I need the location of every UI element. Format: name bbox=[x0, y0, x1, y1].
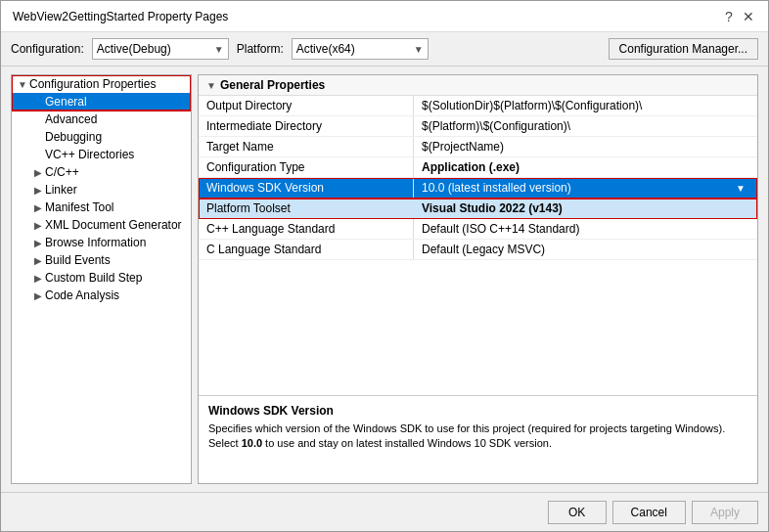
tree-root-label: Configuration Properties bbox=[29, 77, 156, 91]
tree-item-cpp[interactable]: ▶ C/C++ bbox=[12, 163, 191, 181]
tree-buildevents-label: Build Events bbox=[45, 253, 111, 267]
prop-name-cpp-lang: C++ Language Standard bbox=[199, 219, 414, 239]
bottom-bar: OK Cancel Apply bbox=[1, 492, 768, 531]
platform-dropdown-arrow: ▼ bbox=[414, 44, 424, 55]
tree-custombuild-expand-icon: ▶ bbox=[31, 273, 45, 284]
prop-value-platform-toolset: Visual Studio 2022 (v143) bbox=[414, 199, 757, 218]
prop-row-target-name[interactable]: Target Name $(ProjectName) bbox=[199, 137, 757, 157]
prop-name-output-dir: Output Directory bbox=[199, 96, 414, 115]
prop-value-config-type: Application (.exe) bbox=[414, 157, 757, 177]
tree-codeanalysis-expand-icon: ▶ bbox=[31, 290, 45, 301]
prop-name-platform-toolset: Platform Toolset bbox=[199, 199, 414, 218]
platform-label: Platform: bbox=[237, 42, 284, 56]
tree-item-debugging[interactable]: Debugging bbox=[12, 128, 191, 146]
section-header: ▼ General Properties bbox=[199, 75, 757, 96]
prop-row-intermediate-dir[interactable]: Intermediate Directory $(Platform)\$(Con… bbox=[199, 116, 757, 137]
tree-collapse-icon: ▼ bbox=[16, 79, 29, 90]
sdk-dropdown-arrow: ▼ bbox=[736, 183, 746, 194]
tree-manifest-expand-icon: ▶ bbox=[31, 202, 45, 213]
title-bar: WebView2GettingStarted Property Pages ? … bbox=[1, 1, 768, 32]
prop-row-output-dir[interactable]: Output Directory $(SolutionDir)$(Platfor… bbox=[199, 96, 757, 116]
tree-item-browse[interactable]: ▶ Browse Information bbox=[12, 234, 191, 251]
tree-browse-expand-icon: ▶ bbox=[31, 238, 45, 248]
properties-table: Output Directory $(SolutionDir)$(Platfor… bbox=[199, 96, 757, 395]
tree-buildevents-expand-icon: ▶ bbox=[31, 255, 45, 266]
prop-row-cpp-lang[interactable]: C++ Language Standard Default (ISO C++14… bbox=[199, 219, 757, 240]
prop-value-target-name: $(ProjectName) bbox=[414, 137, 757, 156]
left-panel: ▼ Configuration Properties General Advan… bbox=[11, 74, 192, 484]
prop-value-intermediate-dir: $(Platform)\$(Configuration)\ bbox=[414, 116, 757, 136]
tree-item-xml[interactable]: ▶ XML Document Generator bbox=[12, 216, 191, 234]
prop-value-output-dir: $(SolutionDir)$(Platform)\$(Configuratio… bbox=[414, 96, 757, 115]
tree-general-label: General bbox=[45, 95, 87, 109]
config-bar: Configuration: Active(Debug) ▼ Platform:… bbox=[1, 32, 768, 66]
tree-debugging-label: Debugging bbox=[45, 130, 102, 144]
prop-name-config-type: Configuration Type bbox=[199, 157, 414, 177]
prop-row-config-type[interactable]: Configuration Type Application (.exe) bbox=[199, 157, 757, 178]
tree-item-manifest[interactable]: ▶ Manifest Tool bbox=[12, 199, 191, 216]
tree-cpp-expand-icon: ▶ bbox=[31, 167, 45, 178]
title-controls: ? ✕ bbox=[721, 9, 756, 24]
tree-item-advanced[interactable]: Advanced bbox=[12, 111, 191, 128]
tree-item-code-analysis[interactable]: ▶ Code Analysis bbox=[12, 287, 191, 304]
prop-row-c-lang[interactable]: C Language Standard Default (Legacy MSVC… bbox=[199, 240, 757, 260]
info-text-part2: to use and stay on latest installed Wind… bbox=[262, 437, 552, 449]
tree-item-linker[interactable]: ▶ Linker bbox=[12, 181, 191, 199]
tree-item-custom-build[interactable]: ▶ Custom Build Step bbox=[12, 269, 191, 287]
close-button[interactable]: ✕ bbox=[741, 9, 756, 24]
tree-item-vcdirs[interactable]: VC++ Directories bbox=[12, 146, 191, 163]
section-title: General Properties bbox=[220, 78, 325, 92]
tree-xml-expand-icon: ▶ bbox=[31, 220, 45, 231]
sdk-version-text: 10.0 (latest installed version) bbox=[422, 181, 571, 195]
config-select[interactable]: Active(Debug) ▼ bbox=[92, 38, 229, 60]
tree-item-build-events[interactable]: ▶ Build Events bbox=[12, 251, 191, 269]
cancel-button[interactable]: Cancel bbox=[612, 501, 686, 524]
prop-value-cpp-lang: Default (ISO C++14 Standard) bbox=[414, 219, 757, 239]
tree-linker-label: Linker bbox=[45, 183, 77, 197]
config-manager-button[interactable]: Configuration Manager... bbox=[609, 38, 758, 60]
prop-value-c-lang: Default (Legacy MSVC) bbox=[414, 240, 757, 259]
tree-xml-label: XML Document Generator bbox=[45, 218, 182, 232]
tree-manifest-label: Manifest Tool bbox=[45, 200, 113, 214]
prop-row-sdk-version[interactable]: Windows SDK Version 10.0 (latest install… bbox=[199, 178, 757, 199]
section-collapse-icon: ▼ bbox=[206, 80, 216, 91]
ok-button[interactable]: OK bbox=[548, 501, 607, 524]
info-title: Windows SDK Version bbox=[208, 404, 747, 418]
tree-linker-expand-icon: ▶ bbox=[31, 185, 45, 196]
tree-advanced-label: Advanced bbox=[45, 112, 97, 126]
config-label: Configuration: bbox=[11, 42, 84, 56]
prop-row-platform-toolset[interactable]: Platform Toolset Visual Studio 2022 (v14… bbox=[199, 199, 757, 219]
prop-name-intermediate-dir: Intermediate Directory bbox=[199, 116, 414, 136]
prop-value-sdk-version: 10.0 (latest installed version) ▼ bbox=[414, 178, 757, 198]
info-panel: Windows SDK Version Specifies which vers… bbox=[199, 395, 757, 483]
tree-codeanalysis-label: Code Analysis bbox=[45, 288, 119, 302]
platform-value: Active(x64) bbox=[296, 42, 355, 56]
prop-name-c-lang: C Language Standard bbox=[199, 240, 414, 259]
tree-cpp-label: C/C++ bbox=[45, 165, 79, 179]
info-text: Specifies which version of the Windows S… bbox=[208, 421, 747, 452]
tree-custombuild-label: Custom Build Step bbox=[45, 271, 142, 285]
main-content: ▼ Configuration Properties General Advan… bbox=[1, 66, 768, 492]
prop-name-sdk-version: Windows SDK Version bbox=[199, 178, 414, 198]
tree-root-config-properties[interactable]: ▼ Configuration Properties bbox=[12, 75, 191, 93]
apply-button[interactable]: Apply bbox=[692, 501, 758, 524]
help-button[interactable]: ? bbox=[721, 9, 737, 24]
dialog-title: WebView2GettingStarted Property Pages bbox=[13, 10, 228, 23]
config-dropdown-arrow: ▼ bbox=[214, 44, 224, 55]
platform-select[interactable]: Active(x64) ▼ bbox=[292, 38, 429, 60]
tree-item-general[interactable]: General bbox=[12, 93, 191, 111]
config-value: Active(Debug) bbox=[97, 42, 171, 56]
prop-name-target-name: Target Name bbox=[199, 137, 414, 156]
right-panel: ▼ General Properties Output Directory $(… bbox=[198, 74, 758, 484]
property-pages-dialog: WebView2GettingStarted Property Pages ? … bbox=[0, 0, 769, 532]
tree-vcdirs-label: VC++ Directories bbox=[45, 148, 134, 161]
info-text-highlight: 10.0 bbox=[242, 437, 262, 449]
tree-browse-label: Browse Information bbox=[45, 236, 146, 249]
